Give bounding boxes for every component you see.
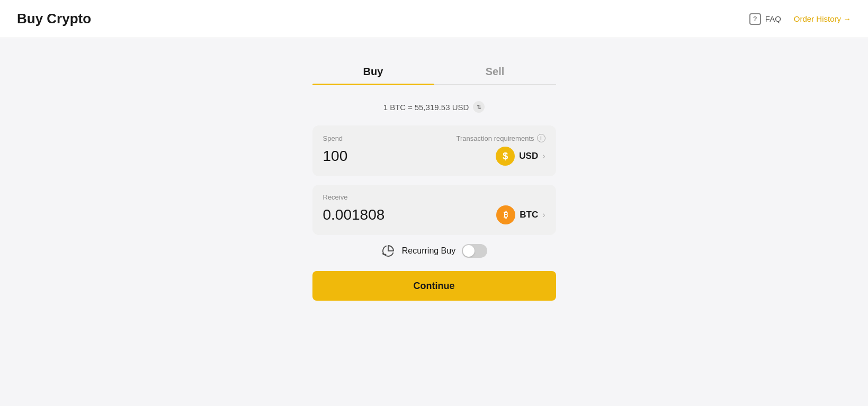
main-content: Buy Sell 1 BTC ≈ 55,319.53 USD ⇅ Spend T… (0, 38, 868, 322)
usd-icon: $ (496, 147, 515, 166)
spend-card: Spend Transaction requirements i 100 $ U… (312, 125, 556, 176)
recurring-label: Recurring Buy (402, 246, 455, 256)
btc-icon: ₿ (496, 205, 515, 224)
receive-label: Receive (323, 193, 348, 201)
spend-chevron-icon: › (542, 151, 545, 161)
requirements-label: Transaction requirements (457, 134, 534, 142)
exchange-rate-row: 1 BTC ≈ 55,319.53 USD ⇅ (383, 101, 485, 113)
receive-amount[interactable]: 0.001808 (323, 206, 385, 223)
tab-sell[interactable]: Sell (434, 59, 556, 84)
receive-label-row: Receive (323, 193, 545, 201)
faq-icon: ? (749, 13, 761, 25)
header-actions: ? FAQ Order History → (749, 13, 851, 25)
faq-button[interactable]: ? FAQ (749, 13, 781, 25)
order-history-button[interactable]: Order History → (794, 14, 851, 23)
continue-button[interactable]: Continue (312, 271, 556, 301)
spend-amount[interactable]: 100 (323, 148, 348, 165)
receive-chevron-icon: › (542, 210, 545, 220)
page-title: Buy Crypto (17, 11, 91, 27)
requirements-row: Transaction requirements i (457, 134, 545, 142)
usd-label: USD (519, 151, 538, 161)
btc-currency-selector[interactable]: ₿ BTC › (496, 205, 545, 224)
recurring-buy-row: Recurring Buy (312, 243, 556, 258)
spend-label-row: Spend Transaction requirements i (323, 134, 545, 142)
spend-label: Spend (323, 134, 343, 142)
spend-input-row: 100 $ USD › (323, 147, 545, 166)
receive-card: Receive 0.001808 ₿ BTC › (312, 185, 556, 235)
swap-icon[interactable]: ⇅ (473, 101, 485, 113)
order-history-arrow: → (843, 14, 851, 23)
page-header: Buy Crypto ? FAQ Order History → (0, 0, 868, 38)
recurring-toggle[interactable] (462, 244, 487, 258)
tab-buy[interactable]: Buy (312, 59, 434, 84)
buy-sell-tabs: Buy Sell (312, 59, 556, 85)
order-history-label: Order History (794, 14, 841, 23)
faq-label: FAQ (765, 14, 781, 23)
btc-label: BTC (520, 210, 538, 220)
info-icon[interactable]: i (537, 134, 545, 142)
exchange-rate-text: 1 BTC ≈ 55,319.53 USD (383, 103, 469, 112)
recurring-icon (381, 243, 396, 258)
receive-input-row: 0.001808 ₿ BTC › (323, 205, 545, 224)
usd-currency-selector[interactable]: $ USD › (496, 147, 545, 166)
